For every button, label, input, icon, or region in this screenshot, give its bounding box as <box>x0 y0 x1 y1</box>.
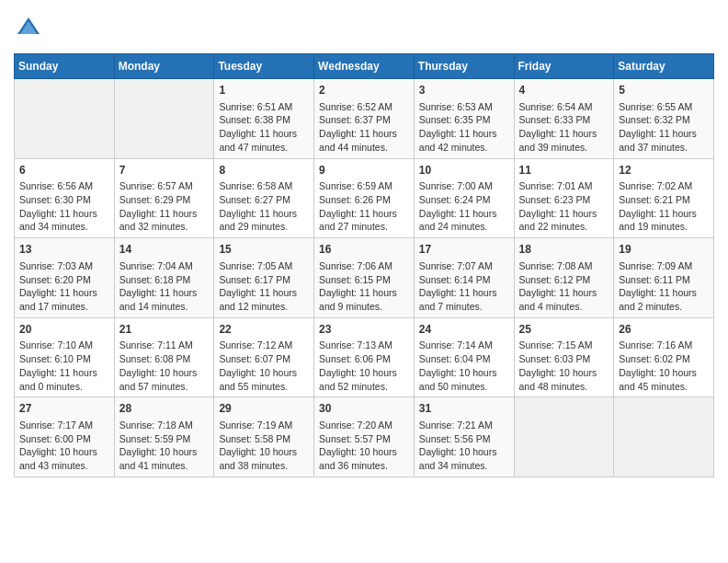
sunrise: Sunrise: 7:06 AM <box>319 260 392 271</box>
day-number: 7 <box>119 163 210 178</box>
day-number: 13 <box>19 242 109 258</box>
week-row-1: 1 Sunrise: 6:51 AM Sunset: 6:38 PM Dayli… <box>15 79 714 159</box>
day-number: 10 <box>419 163 509 178</box>
day-number: 21 <box>119 322 210 338</box>
day-number: 1 <box>219 83 309 98</box>
sunrise: Sunrise: 6:51 AM <box>219 101 292 112</box>
calendar-cell: 8 Sunrise: 6:58 AM Sunset: 6:27 PM Dayli… <box>214 158 314 238</box>
day-number: 22 <box>219 322 309 338</box>
calendar-cell <box>15 79 115 159</box>
day-number: 3 <box>419 83 509 98</box>
calendar-cell <box>514 397 614 477</box>
daylight: Daylight: 10 hours and 36 minutes. <box>319 446 397 471</box>
sunrise: Sunrise: 7:08 AM <box>519 260 593 271</box>
day-header-sunday: Sunday <box>15 54 115 79</box>
sunrise: Sunrise: 7:03 AM <box>19 260 93 271</box>
sunrise: Sunrise: 7:15 AM <box>519 339 593 350</box>
calendar-cell: 14 Sunrise: 7:04 AM Sunset: 6:18 PM Dayl… <box>114 238 214 318</box>
sunset: Sunset: 6:12 PM <box>519 274 591 285</box>
daylight: Daylight: 10 hours and 55 minutes. <box>219 367 297 392</box>
calendar-cell: 28 Sunrise: 7:18 AM Sunset: 5:59 PM Dayl… <box>114 397 214 477</box>
day-number: 16 <box>319 242 409 258</box>
sunset: Sunset: 6:32 PM <box>619 114 690 125</box>
sunset: Sunset: 6:26 PM <box>319 194 391 205</box>
sunset: Sunset: 6:29 PM <box>119 194 191 205</box>
sunset: Sunset: 6:37 PM <box>319 114 391 125</box>
daylight: Daylight: 10 hours and 57 minutes. <box>119 367 198 392</box>
sunset: Sunset: 6:20 PM <box>19 274 91 285</box>
sunset: Sunset: 6:15 PM <box>319 274 391 285</box>
sunrise: Sunrise: 7:18 AM <box>119 419 193 431</box>
calendar-cell: 12 Sunrise: 7:02 AM Sunset: 6:21 PM Dayl… <box>614 158 714 238</box>
day-number: 28 <box>119 401 210 417</box>
day-header-saturday: Saturday <box>614 54 714 79</box>
daylight: Daylight: 11 hours and 0 minutes. <box>19 367 97 392</box>
calendar-cell: 31 Sunrise: 7:21 AM Sunset: 5:56 PM Dayl… <box>414 397 514 477</box>
sunrise: Sunrise: 6:58 AM <box>219 180 292 191</box>
sunrise: Sunrise: 6:54 AM <box>519 101 593 112</box>
daylight: Daylight: 11 hours and 24 minutes. <box>419 208 497 233</box>
sunset: Sunset: 6:35 PM <box>419 114 491 125</box>
sunrise: Sunrise: 7:19 AM <box>219 419 292 431</box>
calendar-cell: 4 Sunrise: 6:54 AM Sunset: 6:33 PM Dayli… <box>514 79 614 159</box>
day-number: 25 <box>519 322 609 338</box>
sunrise: Sunrise: 6:57 AM <box>119 180 193 191</box>
daylight: Daylight: 10 hours and 48 minutes. <box>519 367 597 392</box>
day-number: 23 <box>319 322 409 338</box>
sunrise: Sunrise: 7:00 AM <box>419 180 493 191</box>
sunset: Sunset: 6:10 PM <box>19 353 91 364</box>
calendar-cell: 16 Sunrise: 7:06 AM Sunset: 6:15 PM Dayl… <box>314 238 415 318</box>
day-header-tuesday: Tuesday <box>214 54 314 79</box>
daylight: Daylight: 11 hours and 19 minutes. <box>619 208 697 233</box>
sunrise: Sunrise: 6:53 AM <box>419 101 493 112</box>
calendar-cell: 19 Sunrise: 7:09 AM Sunset: 6:11 PM Dayl… <box>614 238 714 318</box>
sunset: Sunset: 6:38 PM <box>219 114 290 125</box>
sunset: Sunset: 6:21 PM <box>619 194 690 205</box>
daylight: Daylight: 10 hours and 38 minutes. <box>219 446 297 471</box>
day-number: 9 <box>319 163 409 178</box>
sunset: Sunset: 6:27 PM <box>219 194 290 205</box>
sunrise: Sunrise: 6:52 AM <box>319 101 392 112</box>
sunset: Sunset: 5:59 PM <box>119 433 191 444</box>
page-header <box>14 14 714 44</box>
sunset: Sunset: 6:06 PM <box>319 353 391 364</box>
sunset: Sunset: 6:23 PM <box>519 194 591 205</box>
daylight: Daylight: 11 hours and 9 minutes. <box>319 287 397 312</box>
daylight: Daylight: 10 hours and 34 minutes. <box>419 446 497 471</box>
days-header-row: SundayMondayTuesdayWednesdayThursdayFrid… <box>15 54 714 79</box>
daylight: Daylight: 11 hours and 29 minutes. <box>219 208 297 233</box>
sunrise: Sunrise: 7:05 AM <box>219 260 292 271</box>
daylight: Daylight: 11 hours and 14 minutes. <box>119 287 198 312</box>
day-number: 8 <box>219 163 309 178</box>
calendar-cell: 23 Sunrise: 7:13 AM Sunset: 6:06 PM Dayl… <box>314 317 415 397</box>
calendar-cell <box>614 397 714 477</box>
day-number: 4 <box>519 83 609 98</box>
daylight: Daylight: 11 hours and 4 minutes. <box>519 287 597 312</box>
week-row-4: 20 Sunrise: 7:10 AM Sunset: 6:10 PM Dayl… <box>15 317 714 397</box>
day-number: 2 <box>319 83 409 98</box>
sunrise: Sunrise: 7:11 AM <box>119 339 193 350</box>
calendar-cell: 6 Sunrise: 6:56 AM Sunset: 6:30 PM Dayli… <box>15 158 115 238</box>
sunset: Sunset: 5:56 PM <box>419 433 491 444</box>
calendar-cell: 21 Sunrise: 7:11 AM Sunset: 6:08 PM Dayl… <box>114 317 214 397</box>
day-number: 31 <box>419 401 509 417</box>
calendar-table: SundayMondayTuesdayWednesdayThursdayFrid… <box>14 53 714 477</box>
daylight: Daylight: 10 hours and 50 minutes. <box>419 367 497 392</box>
day-number: 30 <box>319 401 409 417</box>
sunrise: Sunrise: 7:21 AM <box>419 419 493 431</box>
sunset: Sunset: 5:58 PM <box>219 433 290 444</box>
daylight: Daylight: 11 hours and 12 minutes. <box>219 287 297 312</box>
calendar-cell <box>114 79 214 159</box>
calendar-cell: 18 Sunrise: 7:08 AM Sunset: 6:12 PM Dayl… <box>514 238 614 318</box>
day-number: 24 <box>419 322 509 338</box>
sunset: Sunset: 6:04 PM <box>419 353 491 364</box>
sunset: Sunset: 6:33 PM <box>519 114 591 125</box>
sunrise: Sunrise: 7:13 AM <box>319 339 392 350</box>
daylight: Daylight: 11 hours and 27 minutes. <box>319 208 397 233</box>
sunrise: Sunrise: 7:01 AM <box>519 180 593 191</box>
sunset: Sunset: 6:30 PM <box>19 194 91 205</box>
calendar-cell: 22 Sunrise: 7:12 AM Sunset: 6:07 PM Dayl… <box>214 317 314 397</box>
daylight: Daylight: 11 hours and 7 minutes. <box>419 287 497 312</box>
sunrise: Sunrise: 6:55 AM <box>619 101 692 112</box>
sunrise: Sunrise: 7:10 AM <box>19 339 93 350</box>
